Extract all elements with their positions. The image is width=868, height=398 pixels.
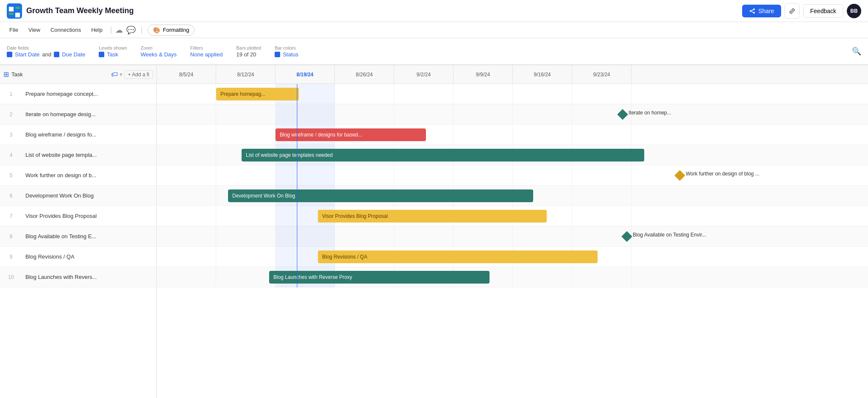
bar-colors-value[interactable]: Status: [275, 51, 298, 58]
tag-icon[interactable]: 🏷: [111, 71, 118, 78]
share-label: Share: [758, 8, 774, 14]
chat-icon[interactable]: 💬: [126, 25, 136, 35]
chevron-down-icon[interactable]: ▾: [120, 71, 122, 78]
levels-label: Levels shown: [99, 45, 127, 50]
gantt-bar[interactable]: Blog Launches with Reverse Proxy: [269, 271, 490, 284]
row-number: 6: [0, 193, 22, 199]
table-row[interactable]: 10 Blog Launches with Revers...: [0, 267, 156, 287]
task-name: Visor Provides Blog Proposal: [22, 213, 156, 219]
table-row[interactable]: 3 Blog wireframe / designs fo...: [0, 125, 156, 145]
row-number: 8: [0, 234, 22, 239]
share-button[interactable]: Share: [742, 5, 781, 17]
gantt-milestone-diamond[interactable]: [621, 231, 632, 242]
bars-label: Bars plotted: [236, 45, 261, 50]
date-cell: 9/9/24: [453, 65, 513, 83]
menu-separator-1: |: [110, 26, 112, 34]
task-name: Blog wireframe / designs fo...: [22, 131, 156, 138]
toolbar: Date fields Start Date and Due Date Leve…: [0, 38, 868, 65]
date-cell: 9/23/24: [572, 65, 632, 83]
chart-row: Blog Available on Testing Envir...: [157, 226, 868, 247]
chart-panel[interactable]: 8/5/248/12/248/19/248/26/249/2/249/9/249…: [157, 65, 868, 398]
levels-value[interactable]: Task: [99, 51, 127, 58]
gantt-bar[interactable]: List of website page templates needed: [242, 149, 644, 161]
chart-row: Blog Revisions / QA: [157, 247, 868, 267]
menubar: File View Connections Help | ☁ 💬 | 🎨 For…: [0, 22, 868, 38]
due-date-icon: [54, 52, 59, 57]
table-row[interactable]: 5 Work further on design of b...: [0, 165, 156, 186]
svg-rect-3: [9, 13, 14, 15]
row-number: 9: [0, 254, 22, 260]
gantt-milestone-diamond[interactable]: [617, 109, 628, 120]
chart-row: Iterate on homep...: [157, 104, 868, 125]
table-row[interactable]: 6 Development Work On Blog: [0, 186, 156, 206]
date-and: and: [42, 51, 52, 58]
date-cell: 8/19/24: [275, 65, 335, 83]
task-column-icon: ⊞: [3, 70, 9, 78]
menu-connections[interactable]: Connections: [46, 25, 85, 35]
row-number: 1: [0, 91, 22, 97]
app-title: Growth Team Weekly Meeting: [26, 6, 134, 15]
due-date-label: Due Date: [62, 51, 85, 58]
left-header: ⊞ Task 🏷 ▾ + Add a fi: [0, 65, 156, 84]
palette-icon: 🎨: [153, 27, 160, 33]
table-row[interactable]: 8 Blog Available on Testing E...: [0, 226, 156, 247]
levels-group: Levels shown Task: [99, 45, 127, 58]
zoom-group: Zoom Weeks & Days: [141, 45, 177, 58]
task-name: Prepare homepage concept...: [22, 91, 156, 97]
chart-row: Development Work On Blog: [157, 186, 868, 206]
filters-value[interactable]: None applied: [190, 51, 223, 58]
menu-view[interactable]: View: [24, 25, 45, 35]
tag-area: 🏷 ▾: [111, 71, 122, 78]
date-fields-value[interactable]: Start Date and Due Date: [7, 51, 85, 58]
gantt-milestone-diamond[interactable]: [674, 170, 685, 181]
levels-icon: [99, 52, 104, 57]
bar-colors-group: Bar colors Status: [275, 45, 298, 58]
app-logo-icon: [7, 3, 22, 19]
link-button[interactable]: [785, 3, 800, 19]
zoom-value[interactable]: Weeks & Days: [141, 51, 177, 58]
date-fields-group: Date fields Start Date and Due Date: [7, 45, 85, 58]
table-row[interactable]: 4 List of website page templa...: [0, 145, 156, 165]
row-number: 10: [0, 274, 22, 280]
svg-rect-4: [15, 13, 20, 17]
cloud-save-icon[interactable]: ☁: [115, 25, 123, 35]
task-column-header: ⊞ Task: [3, 70, 109, 78]
chart-row: Prepare homepag...: [157, 84, 868, 104]
chart-row: Visor Provides Blog Proposal: [157, 206, 868, 226]
date-cell: 9/2/24: [394, 65, 453, 83]
gantt-bar[interactable]: Blog Revisions / QA: [318, 250, 598, 263]
task-name: Blog Available on Testing E...: [22, 233, 156, 239]
menu-help[interactable]: Help: [87, 25, 107, 35]
task-column-label: Task: [11, 71, 23, 78]
task-name: Blog Revisions / QA: [22, 253, 156, 260]
formatting-label: Formatting: [163, 27, 189, 33]
search-icon[interactable]: 🔍: [852, 47, 861, 56]
left-panel: ⊞ Task 🏷 ▾ + Add a fi 1 Prepare homepage…: [0, 65, 157, 398]
app-header: Growth Team Weekly Meeting Share Feedbac…: [0, 0, 868, 22]
gantt-bar[interactable]: Blog wireframe / designs for based...: [275, 128, 426, 141]
date-fields-label: Date fields: [7, 45, 85, 50]
gantt-bar[interactable]: Visor Provides Blog Proposal: [318, 210, 547, 223]
formatting-button[interactable]: 🎨 Formatting: [147, 25, 195, 36]
date-cell: 8/26/24: [335, 65, 394, 83]
feedback-label: Feedback: [810, 8, 836, 14]
add-field-button[interactable]: + Add a fi: [124, 70, 153, 79]
zoom-label: Zoom: [141, 45, 177, 50]
gantt-bar[interactable]: Prepare homepag...: [216, 88, 299, 100]
table-row[interactable]: 9 Blog Revisions / QA: [0, 247, 156, 267]
gantt-bar[interactable]: Development Work On Blog: [228, 189, 533, 202]
table-row[interactable]: 1 Prepare homepage concept...: [0, 84, 156, 104]
table-row[interactable]: 2 Iterate on homepage desig...: [0, 104, 156, 125]
feedback-button[interactable]: Feedback: [803, 4, 843, 18]
avatar: BB: [847, 4, 861, 18]
chart-scroll-area[interactable]: Prepare homepag...Iterate on homep...Blo…: [157, 84, 868, 398]
menu-file[interactable]: File: [5, 25, 22, 35]
svg-point-5: [750, 10, 751, 12]
milestone-label: Iterate on homep...: [629, 110, 671, 116]
start-date-icon: [7, 52, 12, 57]
bars-value[interactable]: 19 of 20: [236, 51, 261, 58]
link-icon: [789, 8, 796, 14]
today-line: [297, 84, 298, 287]
task-rows-area: 1 Prepare homepage concept... 2 Iterate …: [0, 84, 156, 398]
table-row[interactable]: 7 Visor Provides Blog Proposal: [0, 206, 156, 226]
